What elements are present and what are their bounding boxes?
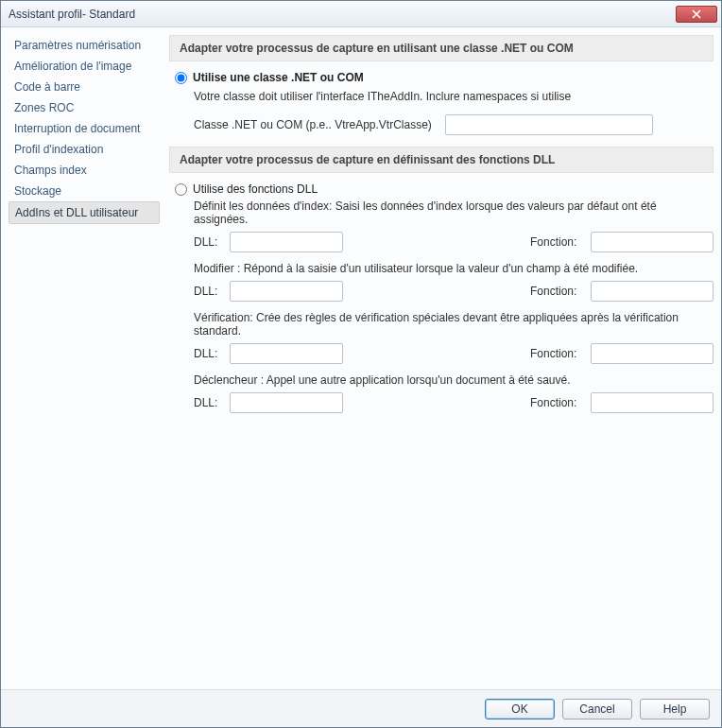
radio-dll[interactable]: [175, 183, 187, 196]
sidebar-item-indexfields[interactable]: Champs index: [9, 160, 160, 181]
radio-dll-label: Utilise des fonctions DLL: [193, 182, 318, 196]
dll-modify-desc: Modifier : Répond à la saisie d'un utili…: [194, 262, 713, 275]
dll-verify-desc: Vérification: Crée des règles de vérific…: [194, 311, 713, 338]
sidebar-item-addins[interactable]: AddIns et DLL utilisateur: [9, 201, 160, 224]
class-row: Classe .NET ou COM (p.e.. VtreApp.VtrCla…: [169, 111, 713, 147]
net-description: Votre classe doit utiliser l'interface I…: [169, 88, 713, 111]
dll-trigger-desc: Déclencheur : Appel une autre applicatio…: [194, 373, 713, 387]
dll-modify-fn-input[interactable]: [591, 281, 713, 302]
section-dll-header: Adapter votre processus de capture en dé…: [169, 147, 713, 173]
radio-net[interactable]: [175, 72, 187, 84]
dll-modify-dll-label: DLL:: [194, 285, 222, 298]
dll-group-define: Définit les données d'index: Saisi les d…: [169, 199, 713, 252]
radio-net-row[interactable]: Utilise une classe .NET ou COM: [169, 69, 713, 88]
class-label: Classe .NET ou COM (p.e.. VtreApp.VtrCla…: [194, 118, 432, 131]
dll-trigger-fn-label: Fonction:: [530, 396, 583, 409]
sidebar-item-ocr[interactable]: Zones ROC: [9, 97, 160, 118]
dialog-body: Paramètres numérisation Amélioration de …: [1, 27, 721, 689]
dll-trigger-row: DLL: Fonction:: [194, 392, 713, 413]
sidebar-item-enhance[interactable]: Amélioration de l'image: [9, 56, 160, 77]
sidebar-item-scan[interactable]: Paramètres numérisation: [9, 35, 160, 56]
sidebar: Paramètres numérisation Amélioration de …: [9, 35, 160, 682]
dll-modify-fn-label: Fonction:: [530, 285, 583, 298]
dll-define-fn-label: Fonction:: [530, 235, 583, 249]
content-panel: Adapter votre processus de capture en ut…: [169, 35, 713, 682]
dll-verify-dll-input[interactable]: [230, 343, 343, 364]
dll-trigger-dll-input[interactable]: [230, 392, 343, 413]
dll-trigger-fn-input[interactable]: [591, 392, 713, 413]
dll-group-trigger: Déclencheur : Appel une autre applicatio…: [169, 373, 713, 413]
dll-define-row: DLL: Fonction:: [194, 232, 713, 252]
sidebar-item-barcode[interactable]: Code à barre: [9, 77, 160, 97]
sidebar-item-indexprofile[interactable]: Profil d'indexation: [9, 139, 160, 160]
sidebar-item-interrupt[interactable]: Interruption de document: [9, 118, 160, 139]
close-icon: [692, 9, 701, 19]
radio-dll-row[interactable]: Utilise des fonctions DLL: [169, 181, 713, 199]
dll-group-verify: Vérification: Crée des règles de vérific…: [169, 311, 713, 364]
sidebar-item-storage[interactable]: Stockage: [9, 181, 160, 201]
dll-modify-row: DLL: Fonction:: [194, 281, 713, 302]
window-title: Assistant profil- Standard: [9, 8, 676, 21]
dll-define-dll-input[interactable]: [230, 232, 343, 252]
dll-trigger-dll-label: DLL:: [194, 396, 222, 409]
dll-define-desc: Définit les données d'index: Saisi les d…: [194, 199, 713, 226]
dll-verify-dll-label: DLL:: [194, 347, 222, 360]
ok-button[interactable]: OK: [485, 699, 555, 719]
dll-verify-fn-input[interactable]: [591, 343, 713, 364]
close-button[interactable]: [676, 6, 717, 23]
dll-group-modify: Modifier : Répond à la saisie d'un utili…: [169, 262, 713, 302]
dll-define-fn-input[interactable]: [591, 232, 713, 252]
dll-modify-dll-input[interactable]: [230, 281, 343, 302]
dll-verify-fn-label: Fonction:: [530, 347, 583, 360]
section-net-header: Adapter votre processus de capture en ut…: [169, 35, 713, 61]
dialog-footer: OK Cancel Help: [1, 689, 721, 727]
dll-verify-row: DLL: Fonction:: [194, 343, 713, 364]
radio-net-label: Utilise une classe .NET ou COM: [193, 71, 364, 84]
cancel-button[interactable]: Cancel: [562, 699, 632, 719]
help-button[interactable]: Help: [640, 699, 710, 719]
class-input[interactable]: [445, 114, 653, 135]
dialog-window: Assistant profil- Standard Paramètres nu…: [0, 0, 722, 728]
dll-define-dll-label: DLL:: [194, 235, 222, 249]
titlebar: Assistant profil- Standard: [1, 1, 721, 27]
